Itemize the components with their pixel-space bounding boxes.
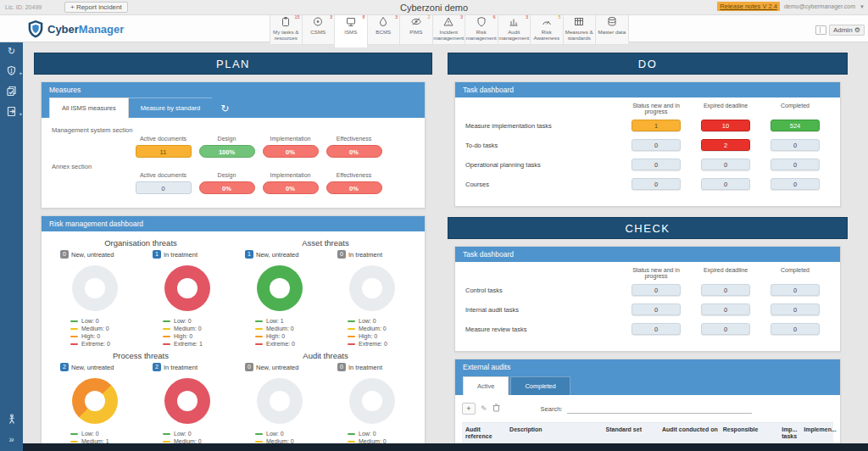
column-header[interactable]: Responsible [721,426,780,440]
tab-active-audits[interactable]: Active [463,376,509,395]
value-pill[interactable]: 0 [632,178,681,190]
eye-icon [410,16,422,27]
database-icon [606,16,618,27]
column-header[interactable]: Standard set [589,426,659,440]
add-button[interactable]: + [462,403,476,415]
tab-my-tasks[interactable]: 15 My tasks & resources [270,13,303,45]
metric-value[interactable]: 100% [199,145,255,158]
metric-value[interactable]: 0% [326,145,382,158]
account-menu[interactable]: demo@cybermanager.com [784,3,855,9]
task-dashboard-title: Task dashboard [455,247,840,262]
account-caret-icon[interactable]: ▼ [860,4,865,9]
count-badge: 0 [337,363,346,371]
tab-csms[interactable]: 3 CSMS [303,13,336,45]
value-pill[interactable]: 0 [701,178,750,190]
value-pill[interactable]: 0 [701,303,750,315]
donut-graphic[interactable] [349,265,395,311]
count-badge: 0 [245,363,253,371]
release-notes-link[interactable]: Release notes V 2.4 [717,2,780,11]
column-header[interactable]: Description [508,426,588,440]
value-pill[interactable]: 0 [701,323,750,335]
brand-name-bold: Cyber [47,23,79,36]
admin-button[interactable]: Admin ⚙ [829,25,865,36]
tab-pims[interactable]: 2 PIMS [400,13,433,45]
refresh-icon[interactable]: ↻ [220,103,229,114]
donut-graphic[interactable] [164,378,210,424]
chevron-right-icon: ▸ [19,68,22,78]
tab-bcms[interactable]: 3 BCMS [368,13,401,45]
metric-value[interactable]: 0% [199,181,255,194]
column-header[interactable]: Audit reference [464,426,508,440]
column-header[interactable]: Imp... tasks [780,426,802,440]
tab-measure-by-standard[interactable]: Measure by standard [129,97,212,118]
value-pill[interactable]: 0 [701,159,750,170]
grid-icon [573,16,585,27]
shield-alert-icon[interactable]: ▸ [6,65,17,76]
chevron-right-icon: ▸ [19,109,22,119]
column-header[interactable]: Implemen... [802,426,832,440]
metric-value[interactable]: 0% [326,181,382,194]
table-header: Status new and in progress Expired deadl… [465,267,830,279]
value-pill[interactable]: 0 [771,139,820,151]
app-header: CyberManager 15 My tasks & resources 3 C… [0,15,868,42]
value-pill[interactable]: 0 [771,178,820,190]
value-pill[interactable]: 0 [701,284,750,296]
sync-icon[interactable]: ↻ [8,46,15,56]
tab-completed-audits[interactable]: Completed [510,376,570,395]
metric-label: Implementation [270,172,311,178]
section-label: Management system section [52,126,416,134]
value-pill[interactable]: 0 [771,323,820,335]
value-pill[interactable]: 0 [771,159,820,170]
value-pill[interactable]: 524 [771,120,820,131]
tab-all-isms-measures[interactable]: All ISMS measures [49,97,129,118]
column-header[interactable]: Audit conducted on [659,426,721,440]
value-pill[interactable]: 0 [771,303,820,315]
donut-chart: 2New, untreated Low: 0 Medium: 1 High: 1… [48,363,141,451]
risk-card-title: Risk management dashboard [42,216,425,231]
metric-value[interactable]: 11 [136,145,192,158]
value-pill[interactable]: 1 [632,120,681,131]
value-pill[interactable]: 0 [632,284,681,296]
metric-value[interactable]: 0% [263,181,319,194]
donut-graphic[interactable] [349,378,395,424]
document-export-icon[interactable]: ▸ [6,106,17,117]
tab-risk-management[interactable]: 6 Risk management [465,13,498,45]
row-label: Courses [465,181,621,188]
brand-logo[interactable]: CyberManager [27,19,124,38]
tab-risk-awareness[interactable]: 5 Risk Awareness [531,13,564,45]
tab-measures-standards[interactable]: Measures & standards [564,13,597,45]
value-pill[interactable]: 0 [771,284,820,296]
row-label: Operational planning tasks [465,161,621,169]
tab-incident-management[interactable]: 3 Incident management [433,13,466,45]
threat-group-title: Organisation threats [48,238,233,248]
donut-graphic[interactable] [164,265,210,311]
metric-value[interactable]: 0 [136,181,192,194]
value-pill[interactable]: 0 [632,323,681,335]
donut-chart: 1New, untreated Low: 1 Medium: 0 High: 0… [233,250,326,348]
chart-label: In treatment [348,251,382,259]
donut-graphic[interactable] [72,378,118,424]
documents-icon[interactable] [6,86,17,97]
user-walking-icon[interactable] [6,414,17,425]
tab-isms[interactable]: 8 ISMS [335,13,368,47]
metric-value[interactable]: 0% [263,145,319,158]
target-icon [312,16,324,27]
tab-master-data[interactable]: Master data [596,13,629,45]
expand-sidebar-icon[interactable]: » [8,434,14,444]
value-pill[interactable]: 2 [701,139,750,151]
tab-audit-management[interactable]: 3 Audit management [498,13,531,45]
chart-label: New, untreated [256,364,298,371]
value-pill[interactable]: 10 [701,120,750,131]
edit-icon[interactable]: ✎ [481,404,487,413]
delete-icon[interactable] [492,404,500,414]
donut-graphic[interactable] [72,265,118,311]
value-pill[interactable]: 0 [632,139,681,151]
donut-graphic[interactable] [257,378,303,424]
value-pill[interactable]: 0 [632,303,681,315]
search-input[interactable] [567,404,752,414]
chart-label: New, untreated [71,251,114,259]
donut-graphic[interactable] [257,265,303,311]
layout-panel-icon[interactable] [815,25,826,35]
value-pill[interactable]: 0 [632,159,681,170]
threat-group-process: Process threats 2New, untreated Low: 0 M… [48,348,233,451]
